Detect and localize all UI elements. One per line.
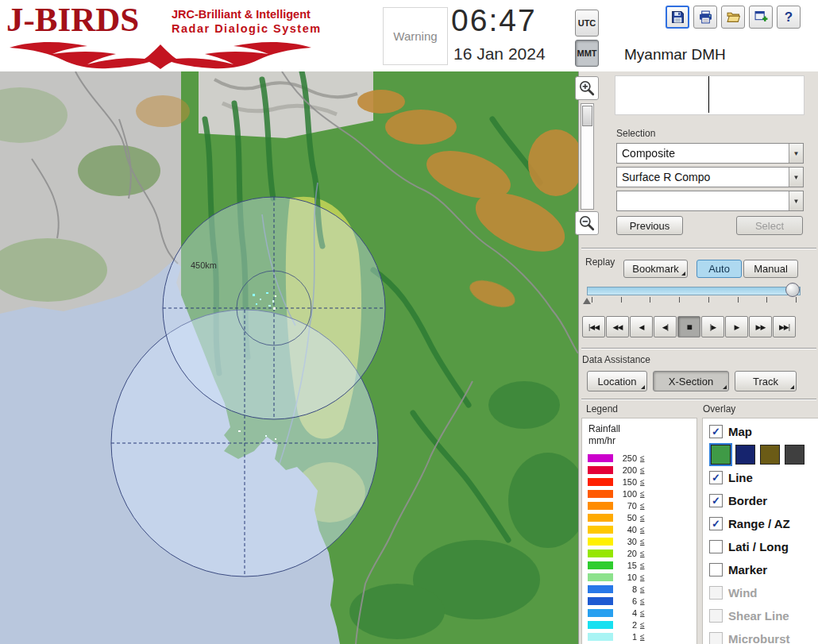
legend-color-swatch <box>588 585 613 593</box>
checkbox[interactable] <box>709 563 723 577</box>
timezone-utc-button[interactable]: UTC <box>575 10 599 37</box>
composite-dropdown[interactable]: Composite ▼ <box>616 143 804 164</box>
legend-value: 100 <box>613 489 637 499</box>
timeline-start-marker <box>583 298 591 304</box>
checkbox[interactable] <box>709 540 723 553</box>
option-dropdown[interactable]: ▼ <box>616 191 804 211</box>
status-display-box <box>615 75 804 115</box>
check-icon: ✓ <box>712 496 720 506</box>
jbirds-logo: J-BIRDS JRC-Brilliant & Intelligent Rada… <box>5 2 330 71</box>
checkbox <box>709 609 723 623</box>
timezone-mmt-button[interactable]: MMT <box>575 40 599 67</box>
print-icon <box>699 10 712 24</box>
tick-mark <box>650 297 650 303</box>
legend-leq: ≤ <box>640 525 645 534</box>
overlay-row-line[interactable]: ✓ Line <box>703 466 818 489</box>
legend-panel: Rainfall mm/hr 250≤ 200≤ 150≤ 100≤ 70≤ 5… <box>581 418 697 644</box>
bookmark-button[interactable]: Bookmark <box>623 260 688 278</box>
overlay-row-marker[interactable]: Marker <box>703 558 818 581</box>
zoom-out-button[interactable] <box>575 211 599 235</box>
overlay-row-range-az[interactable]: ✓ Range / AZ <box>703 512 818 535</box>
legend-color-swatch <box>588 621 613 629</box>
legend-value: 8 <box>613 584 637 594</box>
terrain-map[interactable]: 450km <box>0 71 578 644</box>
warning-panel[interactable]: Warning <box>383 7 448 65</box>
tick-mark <box>766 297 767 303</box>
tick-mark <box>738 297 739 303</box>
zoom-slider-thumb[interactable] <box>582 106 592 126</box>
tick-mark <box>708 297 709 303</box>
overlay-rows: ✓ Map ✓ Line ✓ Border ✓ <box>703 420 818 644</box>
stop-button[interactable]: ■ <box>677 316 700 337</box>
checkbox[interactable]: ✓ <box>709 425 723 438</box>
playback-controls: |◀◀ ◀◀ ◀ ◀| ■ |▶ ▶ ▶▶ ▶▶| <box>582 316 796 337</box>
map-style-option-2[interactable] <box>735 445 755 465</box>
step-backward-button[interactable]: ◀| <box>654 316 677 337</box>
print-button[interactable] <box>693 6 717 29</box>
overlay-item-label: Shear Line <box>728 609 789 623</box>
overlay-panel: ✓ Map ✓ Line ✓ Border ✓ <box>702 418 818 644</box>
track-button[interactable]: Track <box>735 371 797 391</box>
logo-subtitle-2: Radar Dialogic System <box>172 22 322 35</box>
legend-leq: ≤ <box>640 537 645 546</box>
location-button[interactable]: Location <box>587 371 647 391</box>
x-section-button[interactable]: X-Section <box>653 371 729 391</box>
legend-leq: ≤ <box>640 573 645 581</box>
replay-manual-button[interactable]: Manual <box>743 260 798 278</box>
tick-mark <box>592 297 592 303</box>
overlay-row-border[interactable]: ✓ Border <box>703 489 818 512</box>
select-button[interactable]: Select <box>736 216 803 235</box>
product-dropdown[interactable]: Surface R Compo ▼ <box>616 167 804 187</box>
fast-rewind-button[interactable]: ◀◀ <box>606 316 629 337</box>
legend-color-swatch <box>588 550 613 557</box>
legend-row: 6≤ <box>582 595 696 607</box>
timeline-ticks <box>592 297 797 303</box>
checkbox[interactable]: ✓ <box>709 517 723 530</box>
menu-corner-icon <box>641 385 645 389</box>
overlay-row-lati-long[interactable]: Lati / Long <box>703 535 818 558</box>
skip-to-start-button[interactable]: |◀◀ <box>582 316 605 337</box>
legend-leq: ≤ <box>640 477 645 486</box>
tick-mark <box>679 297 680 303</box>
overlay-item-label: Line <box>728 471 753 484</box>
chevron-down-icon[interactable]: ▼ <box>789 168 803 187</box>
skip-to-end-button[interactable]: ▶▶| <box>773 316 796 337</box>
map-style-option-4[interactable] <box>785 445 804 465</box>
step-forward-button[interactable]: |▶ <box>701 316 724 337</box>
legend-value: 250 <box>613 453 637 463</box>
previous-button[interactable]: Previous <box>616 216 683 235</box>
replay-auto-button[interactable]: Auto <box>696 260 742 278</box>
play-button[interactable]: ▶ <box>725 316 748 337</box>
checkbox[interactable]: ✓ <box>709 494 723 507</box>
checkbox[interactable]: ✓ <box>709 471 723 484</box>
help-button[interactable]: ? <box>777 6 801 29</box>
check-icon: ✓ <box>712 472 720 483</box>
chevron-down-icon[interactable]: ▼ <box>789 144 803 163</box>
open-folder-icon <box>727 10 740 24</box>
overlay-row-map[interactable]: ✓ Map <box>703 420 818 443</box>
map-style-option-1[interactable] <box>711 445 731 465</box>
overlay-item-label: Wind <box>728 586 758 600</box>
fast-forward-button[interactable]: ▶▶ <box>749 316 772 337</box>
save-icon <box>671 10 685 24</box>
legend-color-swatch <box>588 490 613 498</box>
replay-timeline-track[interactable] <box>587 287 801 295</box>
separator <box>581 248 816 249</box>
organization-name: Myanmar DMH <box>624 46 726 64</box>
open-button[interactable] <box>721 6 745 29</box>
map-style-option-3[interactable] <box>760 445 780 465</box>
map-area[interactable]: 450km <box>0 71 578 644</box>
play-backward-button[interactable]: ◀ <box>630 316 653 337</box>
selection-label: Selection <box>616 128 655 139</box>
add-window-button[interactable] <box>749 6 773 29</box>
legend-leq: ≤ <box>640 584 645 593</box>
zoom-slider-track[interactable] <box>581 103 594 210</box>
eagle-icon <box>8 38 314 70</box>
zoom-in-button[interactable] <box>575 76 599 100</box>
overlay-item-label: Map <box>728 425 752 438</box>
save-button[interactable] <box>666 6 689 29</box>
replay-timeline-handle[interactable] <box>785 283 800 297</box>
overlay-label: Overlay <box>703 403 735 415</box>
chevron-down-icon[interactable]: ▼ <box>789 191 803 210</box>
legend-row: 1≤ <box>582 631 696 642</box>
